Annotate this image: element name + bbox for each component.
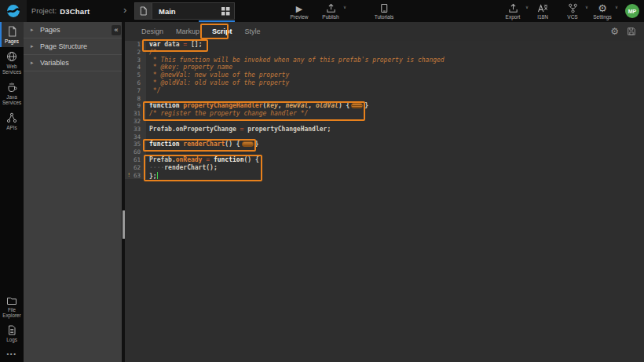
code-line[interactable]: 2/* bbox=[125, 49, 644, 57]
code-line[interactable]: 63!}; bbox=[125, 172, 644, 180]
panel-section-page-structure[interactable]: ▸ Page Structure bbox=[24, 38, 122, 55]
api-nodes-icon bbox=[6, 112, 17, 123]
main-tab-label: Main bbox=[152, 7, 217, 16]
toolbar-center: ▶ Preview Publish ∨ Tutorials bbox=[287, 0, 396, 22]
coffee-cup-icon bbox=[6, 82, 17, 93]
code-line[interactable]: 33Prefab.onPropertyChange = propertyChan… bbox=[125, 126, 644, 133]
panel-section-pages[interactable]: ▸ Pages bbox=[24, 22, 122, 38]
code-line[interactable]: 31/* register the property change handle… bbox=[125, 110, 644, 118]
i18n-button[interactable]: I18N bbox=[531, 0, 554, 22]
code-line[interactable]: 3 * This function will be invoked when a… bbox=[125, 57, 644, 64]
log-file-icon bbox=[7, 325, 16, 335]
code-line[interactable]: 34 bbox=[125, 133, 644, 141]
line-number: 31 bbox=[125, 110, 146, 118]
code-line[interactable]: 8 bbox=[125, 95, 644, 103]
code-line[interactable]: 4 * @key: property name bbox=[125, 64, 644, 71]
line-number: 5 bbox=[125, 71, 146, 79]
script-editor: Design Markup Script Style ⚙ 1var data =… bbox=[125, 22, 644, 362]
sidebar-item-logs[interactable]: Logs bbox=[0, 321, 24, 346]
editor-settings-icon[interactable]: ⚙ bbox=[610, 26, 619, 37]
more-options-icon[interactable]: ••• bbox=[0, 346, 24, 362]
sidebar-spacer bbox=[0, 133, 24, 291]
line-number: 34 bbox=[125, 133, 146, 141]
project-breadcrumb: Project: D3Chart bbox=[31, 0, 90, 22]
expand-arrow-icon: ▸ bbox=[31, 27, 40, 33]
code-text: /* bbox=[146, 49, 157, 57]
panel-section-variables[interactable]: ▸ Variables bbox=[24, 55, 122, 71]
folded-code-widget[interactable] bbox=[242, 141, 254, 147]
line-number: 35 bbox=[125, 141, 146, 148]
code-text: Prefab.onReady = function() { bbox=[146, 156, 259, 164]
sidebar-item-web-services[interactable]: Web Services bbox=[0, 47, 24, 78]
line-number: 60 bbox=[125, 148, 146, 156]
line-number: 4 bbox=[125, 64, 146, 71]
expand-arrow-icon: ▸ bbox=[31, 43, 40, 49]
folded-code-widget[interactable] bbox=[351, 103, 363, 108]
sidebar-item-java-services[interactable]: Java Services bbox=[0, 78, 24, 108]
wavemaker-logo-icon bbox=[5, 3, 21, 19]
code-line[interactable]: 6 * @oldVal: old value of the property bbox=[125, 79, 644, 87]
tutorials-button[interactable]: Tutorials bbox=[372, 0, 396, 22]
line-number: 6 bbox=[125, 79, 146, 87]
editor-vertical-scrollbar[interactable] bbox=[122, 22, 125, 362]
code-line[interactable]: 5 * @newVal: new value of the property bbox=[125, 71, 644, 79]
code-line[interactable]: 62····renderChart(); bbox=[125, 164, 644, 172]
toolbar-right: Export ∨ I18N VCS ∨ ⚙ Settings ∨ bbox=[501, 0, 639, 22]
play-icon: ▶ bbox=[296, 2, 302, 13]
tab-markup[interactable]: Markup bbox=[176, 27, 199, 35]
line-number: 7 bbox=[125, 87, 146, 95]
line-number: 9 bbox=[125, 102, 146, 110]
collapse-panel-button[interactable]: « bbox=[112, 25, 121, 35]
vcs-button[interactable]: VCS ∨ bbox=[561, 0, 584, 22]
code-text bbox=[146, 133, 149, 141]
sidebar-item-apis[interactable]: APIs bbox=[0, 108, 24, 133]
line-number: 1 bbox=[125, 41, 146, 49]
code-text: * This function will be invoked when any… bbox=[146, 57, 445, 64]
code-line[interactable]: 61Prefab.onReady = function() { bbox=[125, 156, 644, 164]
upload-icon bbox=[326, 2, 336, 13]
chevron-down-icon: ∨ bbox=[525, 5, 529, 9]
code-text: */ bbox=[146, 87, 160, 95]
export-icon bbox=[508, 2, 518, 13]
code-line[interactable]: 60 bbox=[125, 148, 644, 156]
code-text: * @newVal: new value of the property bbox=[146, 71, 289, 79]
tutorials-icon bbox=[379, 2, 389, 13]
globe-icon bbox=[6, 51, 17, 62]
left-sidebar: Pages Web Services Java Services APIs Fi… bbox=[0, 22, 24, 362]
code-lines[interactable]: 1var data = [];2/*3 * This function will… bbox=[125, 41, 644, 179]
pages-panel: ▸ Pages ▸ Page Structure ▸ Variables « bbox=[24, 22, 122, 362]
code-text bbox=[146, 95, 149, 103]
expand-arrow-icon: ▸ bbox=[31, 60, 40, 66]
settings-button[interactable]: ⚙ Settings ∨ bbox=[591, 0, 614, 22]
code-text: * @key: property name bbox=[146, 64, 232, 71]
export-button[interactable]: Export ∨ bbox=[501, 0, 525, 22]
user-avatar[interactable]: MP bbox=[625, 4, 639, 18]
line-number: 33 bbox=[125, 126, 146, 133]
code-line[interactable]: 35function renderChart() {} bbox=[125, 141, 644, 148]
code-text: function propertyChangeHandler(key, newV… bbox=[146, 102, 368, 110]
wavemaker-logo[interactable] bbox=[0, 0, 27, 22]
code-line[interactable]: 1var data = []; bbox=[125, 41, 644, 49]
save-icon[interactable] bbox=[627, 27, 636, 36]
grid-view-icon[interactable] bbox=[217, 7, 234, 16]
branch-icon bbox=[568, 2, 578, 13]
tab-script[interactable]: Script bbox=[212, 27, 232, 35]
line-number: 8 bbox=[125, 95, 146, 103]
publish-button[interactable]: Publish ∨ bbox=[319, 0, 342, 22]
sidebar-item-file-explorer[interactable]: File Explorer bbox=[0, 291, 24, 321]
code-text: Prefab.onPropertyChange = propertyChange… bbox=[146, 126, 331, 133]
code-text: ····renderChart(); bbox=[146, 164, 218, 172]
code-line[interactable]: 32 bbox=[125, 118, 644, 126]
scrollbar-thumb[interactable] bbox=[123, 210, 125, 239]
tab-design[interactable]: Design bbox=[141, 27, 163, 35]
pages-icon bbox=[7, 26, 17, 37]
open-page-tab-main[interactable]: Main bbox=[134, 2, 235, 20]
code-line[interactable]: 7 */ bbox=[125, 87, 644, 95]
code-line[interactable]: 9function propertyChangeHandler(key, new… bbox=[125, 102, 644, 110]
project-name: D3Chart bbox=[60, 7, 90, 16]
sidebar-item-pages[interactable]: Pages bbox=[0, 22, 24, 47]
breadcrumb-chevron-icon[interactable]: › bbox=[123, 4, 126, 16]
tab-style[interactable]: Style bbox=[245, 27, 261, 35]
project-label: Project: bbox=[31, 7, 57, 15]
preview-button[interactable]: ▶ Preview bbox=[287, 0, 311, 22]
